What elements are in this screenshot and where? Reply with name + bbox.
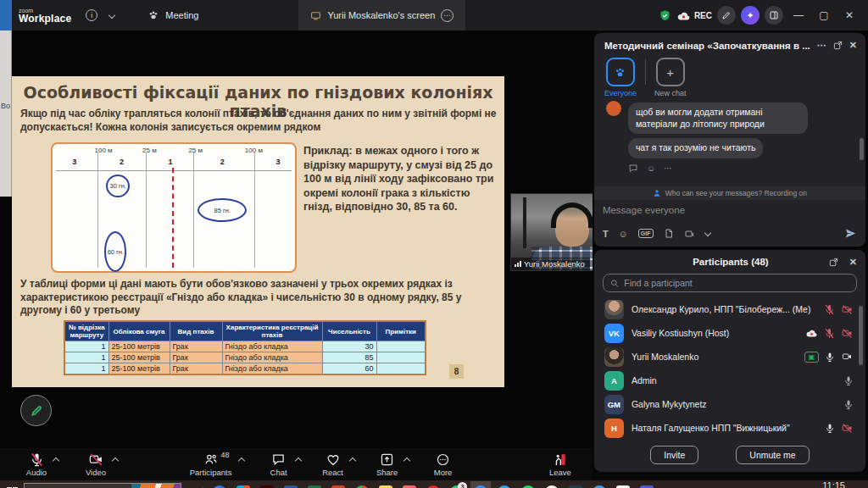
slide-page-number: 8: [449, 364, 464, 379]
right-panel: Методичний семінар «Започаткування в ...…: [593, 30, 868, 480]
mic-muted-icon[interactable]: [824, 304, 835, 315]
microsoft-store-icon[interactable]: [233, 481, 253, 488]
video-muted-icon[interactable]: [841, 423, 854, 434]
emoji-icon[interactable]: ☺: [619, 229, 628, 239]
chevron-down-icon[interactable]: [103, 0, 120, 30]
mic-on-icon[interactable]: [825, 423, 835, 434]
participant-search-input[interactable]: [624, 278, 849, 288]
participants-popout-icon[interactable]: [829, 258, 838, 267]
edge-icon[interactable]: [209, 481, 230, 488]
video-muted-icon[interactable]: [841, 328, 854, 339]
participant-row[interactable]: VK Vasiliy Kostiushyn (Host): [594, 321, 865, 345]
participant-row[interactable]: GM Galyna Mykytynetz: [594, 392, 865, 416]
bird-app-icon[interactable]: [589, 481, 609, 488]
ai-companion-button[interactable]: ✦: [741, 6, 760, 25]
tab-options-icon[interactable]: ⋯: [441, 9, 453, 22]
audio-options-chevron[interactable]: [53, 458, 59, 464]
close-button[interactable]: ✕: [839, 9, 860, 21]
chat-privacy-notice[interactable]: Who can see your messages? Recording on: [594, 186, 865, 200]
zone-number: 2: [220, 158, 225, 166]
message-more-icon[interactable]: ⋯: [664, 164, 672, 173]
add-reaction-icon[interactable]: ☺: [647, 164, 655, 173]
reply-icon[interactable]: [628, 164, 638, 174]
participant-row[interactable]: A Admin: [594, 369, 865, 392]
telegram-icon[interactable]: ◀: [494, 481, 515, 488]
powerpoint-icon[interactable]: P: [328, 481, 348, 488]
background-window-sliver[interactable]: Bo: [0, 30, 12, 197]
mic-on-icon[interactable]: [825, 352, 835, 363]
screenshot-icon[interactable]: [684, 229, 695, 239]
teams-icon[interactable]: ii: [637, 481, 657, 488]
maximize-button[interactable]: ▢: [814, 9, 834, 21]
participant-row[interactable]: Yurii Moskalenko ▣: [594, 345, 865, 369]
chat-message[interactable]: щоб ви могли додати отримані матеріали д…: [628, 103, 808, 134]
chat-panel: Методичний семінар «Започаткування в ...…: [594, 33, 865, 247]
mic-idle-icon[interactable]: [843, 399, 854, 410]
mic-idle-icon[interactable]: [843, 375, 854, 386]
opera-icon[interactable]: [423, 481, 443, 488]
taskbar-search[interactable]: Пошук: [24, 483, 181, 488]
chat-options-chevron[interactable]: [294, 458, 301, 464]
chat-button[interactable]: Chat: [254, 452, 303, 477]
side-panel-button[interactable]: [765, 6, 783, 25]
annotate-floating-button[interactable]: [20, 395, 52, 426]
invite-button[interactable]: Invite: [650, 446, 698, 464]
acrobat-icon[interactable]: [257, 481, 277, 488]
tab-meeting[interactable]: Meeting: [136, 0, 210, 30]
gif-icon[interactable]: GIF: [638, 229, 654, 238]
participants-close-icon[interactable]: ✕: [849, 257, 857, 268]
spotify-icon[interactable]: [518, 481, 538, 488]
zoom-app-icon[interactable]: ■: [470, 481, 491, 488]
participant-row[interactable]: Олександр Курило, НПП "Білобереж... (Me): [594, 297, 865, 321]
annotation-pencil-button[interactable]: [717, 6, 736, 25]
react-options-chevron[interactable]: [348, 458, 355, 464]
screenshot-options-chevron[interactable]: [704, 229, 710, 236]
chat-tab-new-chat[interactable]: + New chat: [654, 58, 687, 97]
avatar: [604, 347, 624, 367]
whatsapp-icon[interactable]: 3: [447, 481, 467, 488]
audio-button[interactable]: Audio: [12, 452, 61, 477]
more-button[interactable]: More: [419, 452, 468, 477]
unmute-me-button[interactable]: Unmute me: [736, 446, 809, 464]
info-button[interactable]: i: [80, 0, 103, 30]
text-format-icon[interactable]: T: [603, 229, 609, 239]
participants-button[interactable]: 48 Participants: [180, 452, 242, 477]
chrome-icon[interactable]: [352, 481, 372, 488]
chat-popout-icon[interactable]: [833, 41, 843, 50]
notes-app-icon[interactable]: [613, 481, 633, 488]
security-shield-icon[interactable]: [659, 9, 671, 22]
speaker-video-tile[interactable]: ↻ Yurii Moskalenko: [510, 193, 593, 271]
word-icon[interactable]: W: [281, 481, 301, 488]
video-options-chevron[interactable]: [112, 458, 119, 464]
file-explorer-icon[interactable]: [376, 481, 396, 488]
start-button[interactable]: [0, 480, 24, 488]
participants-scrollbar[interactable]: [859, 306, 863, 365]
video-muted-icon[interactable]: [841, 304, 854, 315]
chat-scrollbar[interactable]: [860, 138, 864, 160]
participant-search[interactable]: [603, 274, 857, 292]
attach-file-icon[interactable]: [664, 228, 674, 239]
video-on-icon[interactable]: [841, 352, 854, 362]
c-app-icon[interactable]: C: [542, 481, 562, 488]
taskbar-clock[interactable]: 11:15 15.04.2026: [798, 480, 845, 488]
share-button[interactable]: Share: [363, 452, 412, 477]
chat-more-icon[interactable]: ⋯: [817, 40, 826, 51]
minimize-button[interactable]: —: [788, 9, 809, 21]
chat-message[interactable]: чат я так розумію не читають: [628, 138, 764, 158]
chat-close-icon[interactable]: ✕: [849, 40, 857, 51]
participant-row[interactable]: H Наталя Галущенко НПП "Вижницький": [594, 416, 865, 440]
snap-app-icon[interactable]: [565, 481, 586, 488]
video-button[interactable]: Video: [71, 452, 120, 477]
participants-options-chevron[interactable]: [237, 458, 244, 464]
chat-input[interactable]: [603, 205, 857, 215]
mic-muted-icon[interactable]: [824, 328, 835, 339]
leave-button[interactable]: Leave: [533, 452, 587, 477]
react-button[interactable]: React: [309, 452, 358, 477]
chat-tab-everyone[interactable]: Everyone: [604, 58, 637, 97]
excel-icon[interactable]: X: [304, 481, 325, 488]
recording-indicator[interactable]: REC: [676, 10, 712, 21]
send-message-icon[interactable]: [844, 227, 857, 240]
photos-app-icon[interactable]: [399, 481, 420, 488]
share-options-chevron[interactable]: [403, 458, 409, 464]
tab-shared-screen[interactable]: Yurii Moskalenko's screen ⋯: [298, 0, 465, 30]
